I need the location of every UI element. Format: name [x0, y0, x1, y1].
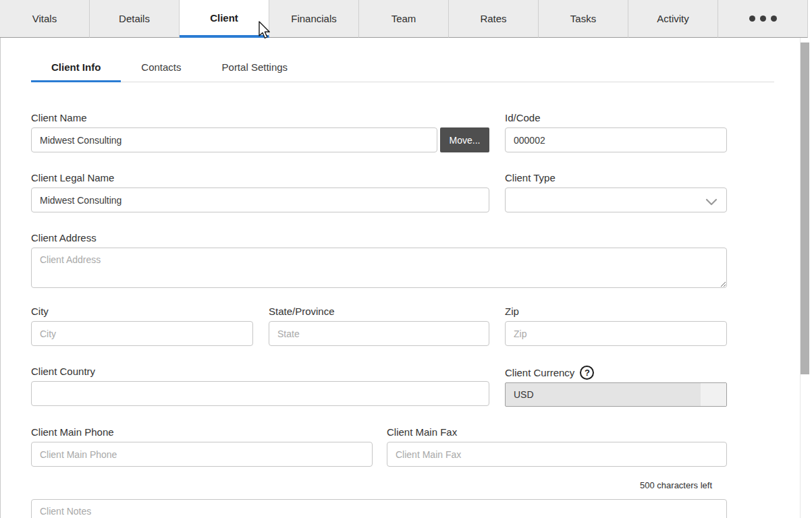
zip-input[interactable] — [505, 321, 727, 346]
client-subtab-bar: Client Info Contacts Portal Settings — [31, 38, 808, 82]
zip-label: Zip — [505, 306, 727, 317]
city-label: City — [31, 306, 253, 317]
client-legal-name-input[interactable] — [31, 188, 489, 212]
client-type-label: Client Type — [505, 172, 727, 183]
vertical-scrollbar[interactable] — [800, 38, 809, 518]
client-panel: Client Info Contacts Portal Settings Cli… — [0, 38, 808, 518]
state-label: State/Province — [269, 306, 489, 317]
client-legal-name-label: Client Legal Name — [31, 172, 489, 183]
characters-left-counter: 500 characters left — [31, 480, 727, 490]
scrollbar-thumb[interactable] — [801, 42, 809, 374]
chevron-down-icon — [705, 196, 718, 208]
tab-label: Team — [391, 13, 416, 24]
tab-label: Activity — [657, 13, 689, 24]
currency-field-end-cap — [701, 383, 726, 406]
tab-label: Tasks — [570, 13, 596, 24]
client-name-label: Client Name — [31, 112, 489, 123]
client-currency-label: Client Currency — [505, 367, 574, 378]
city-input[interactable] — [31, 321, 253, 346]
subtab-label: Client Info — [51, 61, 101, 73]
ellipsis-icon — [749, 16, 777, 22]
client-main-phone-input[interactable] — [31, 442, 373, 467]
client-name-input[interactable] — [31, 127, 437, 152]
tab-details[interactable]: Details — [90, 0, 180, 38]
client-address-textarea[interactable] — [31, 248, 727, 288]
client-info-form: Client Name Move... Id/Code Client Legal… — [31, 112, 727, 518]
client-country-input[interactable] — [31, 381, 489, 406]
client-currency-value: USD — [514, 389, 534, 400]
client-main-phone-label: Client Main Phone — [31, 426, 373, 438]
client-notes-textarea[interactable] — [31, 499, 727, 518]
tab-client[interactable]: Client — [180, 0, 269, 38]
tab-rates[interactable]: Rates — [449, 0, 539, 38]
state-input[interactable] — [269, 321, 489, 346]
tab-label: Client — [210, 12, 238, 24]
main-tab-bar: Vitals Details Client Financials Team Ra… — [0, 0, 808, 38]
tab-financials[interactable]: Financials — [269, 0, 359, 38]
tab-label: Financials — [291, 13, 337, 24]
client-country-label: Client Country — [31, 366, 489, 377]
subtab-portal-settings[interactable]: Portal Settings — [202, 52, 308, 82]
client-main-fax-label: Client Main Fax — [387, 426, 727, 438]
tab-tasks[interactable]: Tasks — [539, 0, 628, 38]
tab-team[interactable]: Team — [359, 0, 449, 38]
subtab-contacts[interactable]: Contacts — [121, 52, 201, 82]
id-code-input[interactable] — [505, 127, 727, 152]
id-code-label: Id/Code — [505, 112, 727, 123]
subtab-divider — [31, 82, 774, 82]
subtab-client-info[interactable]: Client Info — [31, 52, 121, 82]
client-type-select[interactable] — [505, 188, 727, 212]
client-main-fax-input[interactable] — [387, 442, 727, 467]
tab-label: Rates — [480, 13, 506, 24]
tab-activity[interactable]: Activity — [628, 0, 718, 38]
question-mark-icon[interactable]: ? — [580, 366, 594, 380]
move-button[interactable]: Move... — [440, 127, 489, 152]
tab-label: Details — [119, 13, 150, 24]
tab-vitals[interactable]: Vitals — [0, 0, 90, 38]
client-address-label: Client Address — [31, 232, 727, 243]
client-currency-field: USD — [505, 382, 727, 407]
subtab-label: Contacts — [141, 61, 181, 73]
more-tabs-button[interactable] — [718, 0, 808, 38]
tab-label: Vitals — [32, 13, 57, 24]
subtab-label: Portal Settings — [222, 61, 288, 73]
